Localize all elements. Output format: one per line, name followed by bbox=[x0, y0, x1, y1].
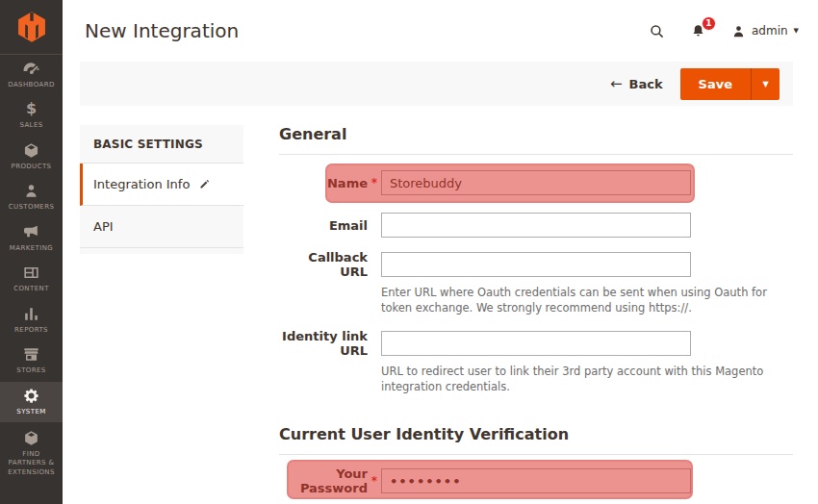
settings-nav-panel: BASIC SETTINGS Integration Info API bbox=[80, 125, 243, 254]
magento-logo-icon bbox=[15, 11, 48, 43]
sidebar-item-label: SALES bbox=[19, 121, 42, 130]
sidebar-item-stores[interactable]: STORES bbox=[0, 340, 63, 381]
sidebar-item-marketing[interactable]: MARKETING bbox=[0, 218, 63, 259]
sidebar-item-system[interactable]: SYSTEM bbox=[0, 382, 63, 422]
action-toolbar: ← Back Save ▼ bbox=[80, 62, 793, 106]
page-content: BASIC SETTINGS Integration Info API Gene… bbox=[63, 106, 818, 495]
name-input[interactable] bbox=[381, 170, 691, 195]
tab-label: API bbox=[93, 219, 114, 234]
search-icon[interactable] bbox=[649, 23, 665, 39]
sidebar-item-find-partners[interactable]: FIND PARTNERS & EXTENSIONS bbox=[0, 424, 63, 483]
save-button[interactable]: Save bbox=[680, 68, 751, 100]
email-input[interactable] bbox=[381, 213, 691, 238]
sidebar-item-label: DASHBOARD bbox=[8, 81, 54, 89]
content-icon bbox=[22, 264, 40, 282]
sidebar-item-label: CUSTOMERS bbox=[9, 203, 55, 212]
back-button[interactable]: ← Back bbox=[610, 75, 663, 92]
marketing-icon bbox=[22, 223, 40, 241]
callback-url-note: Enter URL where Oauth credentials can be… bbox=[381, 285, 778, 315]
sidebar-item-reports[interactable]: REPORTS bbox=[0, 300, 63, 340]
your-password-input[interactable] bbox=[381, 468, 691, 493]
callback-field-group: Callback URL Enter URL where Oauth crede… bbox=[279, 250, 793, 315]
identity-link-url-input[interactable] bbox=[381, 331, 691, 356]
required-marker: * bbox=[368, 176, 381, 189]
products-icon bbox=[22, 141, 40, 160]
customers-icon bbox=[22, 182, 40, 200]
identity-field-row: Identity link URL bbox=[279, 329, 793, 358]
tab-api[interactable]: API bbox=[80, 206, 243, 248]
sidebar: DASHBOARD $ SALES PRODUCTS CUSTOMERS MAR… bbox=[0, 0, 63, 504]
main-pane: New Integration 1 admin ▼ ← Back bbox=[63, 0, 818, 504]
sidebar-item-label: STORES bbox=[16, 366, 45, 375]
stores-icon bbox=[22, 345, 40, 364]
magento-admin-app: DASHBOARD $ SALES PRODUCTS CUSTOMERS MAR… bbox=[0, 0, 818, 504]
identity-link-url-note: URL to redirect user to link their 3rd p… bbox=[381, 364, 778, 394]
reports-icon bbox=[22, 305, 40, 323]
gear-icon bbox=[22, 387, 40, 405]
required-marker: * bbox=[368, 474, 381, 488]
callback-field-row: Callback URL bbox=[279, 250, 793, 279]
pencil-icon bbox=[198, 178, 211, 190]
sidebar-item-label: CONTENT bbox=[13, 285, 49, 293]
sidebar-item-label: SYSTEM bbox=[16, 408, 45, 416]
sidebar-item-label: FIND PARTNERS & EXTENSIONS bbox=[3, 450, 61, 477]
admin-username: admin bbox=[752, 24, 788, 38]
sidebar-item-sales[interactable]: $ SALES bbox=[0, 95, 63, 136]
sidebar-item-label: MARKETING bbox=[10, 244, 53, 253]
sidebar-item-customers[interactable]: CUSTOMERS bbox=[0, 177, 63, 217]
section-title-general: General bbox=[279, 125, 793, 155]
name-field-row: Name * bbox=[279, 170, 793, 195]
sidebar-item-products[interactable]: PRODUCTS bbox=[0, 137, 63, 177]
avatar bbox=[731, 24, 746, 38]
notification-badge: 1 bbox=[702, 16, 716, 31]
chevron-down-icon: ▼ bbox=[794, 27, 799, 35]
section-title-identity-verification: Current User Identity Verification bbox=[279, 425, 793, 455]
sidebar-item-content[interactable]: CONTENT bbox=[0, 259, 63, 299]
tab-label: Integration Info bbox=[93, 177, 190, 191]
tab-integration-info[interactable]: Integration Info bbox=[80, 164, 243, 206]
name-label: Name bbox=[279, 176, 368, 190]
email-label: Email bbox=[279, 218, 368, 233]
identity-field-group: Identity link URL URL to redirect user t… bbox=[279, 329, 793, 394]
password-field-row: Your Password * bbox=[279, 466, 793, 495]
callback-url-label: Callback URL bbox=[279, 250, 368, 279]
callback-url-input[interactable] bbox=[381, 252, 691, 277]
integration-form: General Name * Email Callback URL bbox=[279, 125, 793, 495]
magento-logo[interactable] bbox=[0, 0, 63, 55]
sidebar-item-label: REPORTS bbox=[14, 326, 48, 335]
page-header: New Integration 1 admin ▼ bbox=[63, 0, 818, 62]
back-arrow-icon: ← bbox=[610, 75, 623, 92]
save-dropdown-button[interactable]: ▼ bbox=[751, 68, 780, 100]
sales-icon: $ bbox=[26, 100, 37, 118]
gift-box-icon bbox=[22, 429, 40, 447]
sidebar-item-dashboard[interactable]: DASHBOARD bbox=[0, 55, 63, 95]
page-title: New Integration bbox=[85, 19, 239, 42]
header-actions: 1 admin ▼ bbox=[649, 23, 799, 39]
dashboard-icon bbox=[22, 60, 40, 78]
notifications-bell-icon[interactable]: 1 bbox=[690, 23, 706, 39]
basic-settings-header: BASIC SETTINGS bbox=[80, 125, 243, 164]
back-label: Back bbox=[629, 77, 663, 91]
email-field-row: Email bbox=[279, 213, 793, 238]
sidebar-item-label: PRODUCTS bbox=[12, 163, 52, 171]
identity-link-url-label: Identity link URL bbox=[279, 329, 368, 358]
save-split-button: Save ▼ bbox=[680, 68, 780, 100]
admin-menu[interactable]: admin ▼ bbox=[731, 24, 799, 38]
your-password-label: Your Password bbox=[279, 466, 368, 495]
